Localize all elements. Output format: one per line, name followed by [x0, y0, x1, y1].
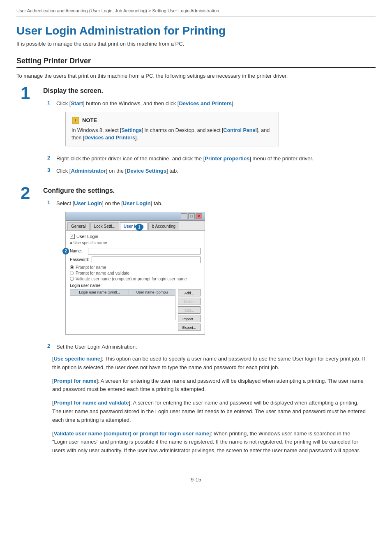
dialog-radio-validate-computer: Validate user name (computer) or prompt … [70, 277, 201, 281]
dialog-radio-validate-label: Validate user name (computer) or prompt … [76, 277, 187, 281]
field-badge-2: 2 [62, 248, 69, 254]
dialog-titlebar: _ □ ✕ [66, 212, 205, 221]
link-desc-prompt-name: Prompt for name [54, 378, 97, 384]
section-intro: To manage the users that print on this m… [16, 73, 376, 79]
dialog-radio-validate-computer-btn[interactable] [70, 277, 74, 281]
dialog-radio-prompt-name: Prompt for name [70, 265, 201, 270]
dialog-restore-button[interactable]: □ [188, 213, 195, 219]
dialog-name-field-row: Name: 2 [70, 248, 201, 254]
dialog-close-button[interactable]: ✕ [196, 213, 202, 219]
substep-2-1-number: 1 [47, 199, 56, 206]
dialog-name-input[interactable] [88, 248, 201, 254]
link-user-login-label[interactable]: User Login [123, 200, 151, 206]
dialog-titlebar-controls: _ □ ✕ [181, 213, 202, 219]
link-device-settings[interactable]: Device Settings [127, 168, 166, 174]
substep-1-3-text: Click [Administrator] on the [Device Set… [56, 167, 376, 175]
substep-2-1-text: Select [User Login] on the [User Login] … [56, 199, 376, 208]
dialog-table-area: Login user name (printl... User name (co… [70, 289, 201, 331]
substep-2-2-text: Set the User Login Administration. [56, 343, 376, 351]
steps-container: 1 Display the screen. 1 Click [Start] bu… [21, 87, 376, 460]
dialog-password-field-row: Password: [70, 257, 201, 263]
substep-1-2-number: 2 [47, 155, 56, 161]
dialog-tabs: General Lock Setti... User login 1 b Acc… [66, 221, 205, 231]
dialog-name-label: Name: [70, 249, 85, 253]
substep-1-2: 2 Right-click the printer driver icon of… [47, 155, 376, 163]
link-desc-prompt-validate: Prompt for name and validate [54, 400, 129, 406]
breadcrumb: User Authentication and Accounting (User… [16, 8, 376, 17]
dialog-user-login-checkbox-row: User Login [70, 234, 201, 239]
page-subtitle: It is possible to manage the users that … [16, 41, 376, 47]
substep-2-2-number: 2 [47, 343, 56, 349]
substep-2-1: 1 Select [User Login] on the [User Login… [47, 199, 376, 339]
dialog-use-specific-section: ● Use specific name [70, 240, 201, 246]
link-control-panel[interactable]: Control Panel [224, 127, 257, 133]
note-box: ! NOTE In Windows 8, select [Settings] i… [65, 112, 279, 147]
dialog-radio-prompt-name-label: Prompt for name [76, 265, 106, 270]
link-administrator[interactable]: Administrator [71, 168, 106, 174]
note-icon: ! [71, 116, 80, 125]
dialog-login-username-label: Login user name: [70, 283, 201, 288]
substep-1-2-content: Right-click the printer driver icon of t… [56, 155, 376, 163]
dialog-radio-prompt-validate: Prompt for name and validate [70, 271, 201, 275]
dialog-password-input[interactable] [92, 257, 201, 263]
dialog-delete-button[interactable]: Delete [178, 298, 201, 305]
link-desc-use-specific: Use specific name [54, 356, 100, 362]
step-1-title: Display the screen. [43, 87, 376, 95]
substep-2-2: 2 Set the User Login Administration. [47, 343, 376, 351]
desc-prompt-for-name: [Prompt for name]: A screen for entering… [52, 377, 367, 394]
dialog-table-row-empty [70, 295, 175, 320]
step-1-content: Display the screen. 1 Click [Start] butt… [43, 87, 376, 179]
dialog-import-button[interactable]: Import... [178, 315, 201, 322]
substep-2-2-content: Set the User Login Administration. [56, 343, 376, 351]
substep-1-3-number: 3 [47, 167, 56, 173]
link-devices-printers-note[interactable]: Devices and Printers [84, 135, 135, 141]
link-start[interactable]: Start [71, 100, 83, 106]
link-settings[interactable]: Settings [122, 127, 142, 133]
svg-text:!: ! [75, 118, 76, 123]
substep-1-1: 1 Click [Start] button on the Windows, a… [47, 99, 376, 150]
dialog-tab-lock-settings[interactable]: Lock Setti... [90, 222, 119, 230]
section-title: Setting Printer Driver [16, 57, 376, 68]
substep-1-1-number: 1 [47, 99, 56, 106]
dialog-tab-job-accounting[interactable]: b Accounting [148, 222, 179, 230]
substep-1-3: 3 Click [Administrator] on the [Device S… [47, 167, 376, 175]
dialog-login-table: Login user name (printl... User name (co… [70, 289, 175, 320]
desc-use-specific-name: [Use specific name]: This option can be … [52, 355, 367, 372]
link-desc-validate-computer: Validate user name (computer) or prompt … [54, 430, 210, 437]
dialog-add-button[interactable]: Add... [178, 289, 201, 296]
substep-1-1-text: Click [Start] button on the Windows, and… [56, 99, 376, 108]
dialog-tab-general[interactable]: General [67, 222, 90, 230]
desc-prompt-for-name-validate: [Prompt for name and validate]: A screen… [52, 399, 367, 424]
dialog-radio-prompt-validate-label: Prompt for name and validate [76, 271, 129, 275]
dialog-export-button[interactable]: Export... [178, 324, 201, 331]
dialog-screenshot: _ □ ✕ General Lock Setti... User login [65, 212, 205, 335]
step-2-number: 2 [21, 185, 43, 202]
link-user-login-tab[interactable]: User Login [74, 200, 102, 206]
step-1-number: 1 [21, 85, 43, 102]
dialog-radio-prompt-validate-btn[interactable] [70, 271, 74, 275]
dialog-password-label: Password: [70, 257, 89, 262]
dialog-table-header-user: User name (compu [129, 289, 175, 295]
page-number: 9-15 [16, 472, 376, 483]
substep-1-3-content: Click [Administrator] on the [Device Set… [56, 167, 376, 175]
desc-validate-user-name: [Validate user name (computer) or prompt… [52, 430, 367, 455]
tab-step-badge: 1 [136, 224, 143, 231]
page-title: User Login Administration for Printing [16, 24, 376, 37]
link-devices-printers-1[interactable]: Devices and Printers [179, 100, 232, 106]
substep-1-2-text: Right-click the printer driver icon of t… [56, 155, 376, 163]
note-header: ! NOTE [71, 116, 273, 125]
step-2-content: Configure the settings. 1 Select [User L… [43, 187, 376, 460]
dialog-edit-button[interactable]: Edit... [178, 306, 201, 314]
note-label: NOTE [82, 117, 97, 123]
dialog-side-buttons: Add... Delete Edit... Import... Export..… [178, 289, 201, 331]
dialog-radio-prompt-name-btn[interactable] [70, 265, 74, 269]
dialog-minimize-button[interactable]: _ [181, 213, 187, 219]
dialog-user-login-checkbox[interactable] [70, 234, 75, 239]
step-1: 1 Display the screen. 1 Click [Start] bu… [21, 87, 376, 179]
dialog-tab-user-login[interactable]: User login 1 [120, 222, 148, 230]
step-2-title: Configure the settings. [43, 187, 376, 194]
note-text: In Windows 8, select [Settings] in charm… [71, 127, 273, 142]
substep-1-1-content: Click [Start] button on the Windows, and… [56, 99, 376, 150]
dialog-user-login-label: User Login [76, 234, 98, 239]
link-printer-properties[interactable]: Printer properties [205, 155, 249, 162]
